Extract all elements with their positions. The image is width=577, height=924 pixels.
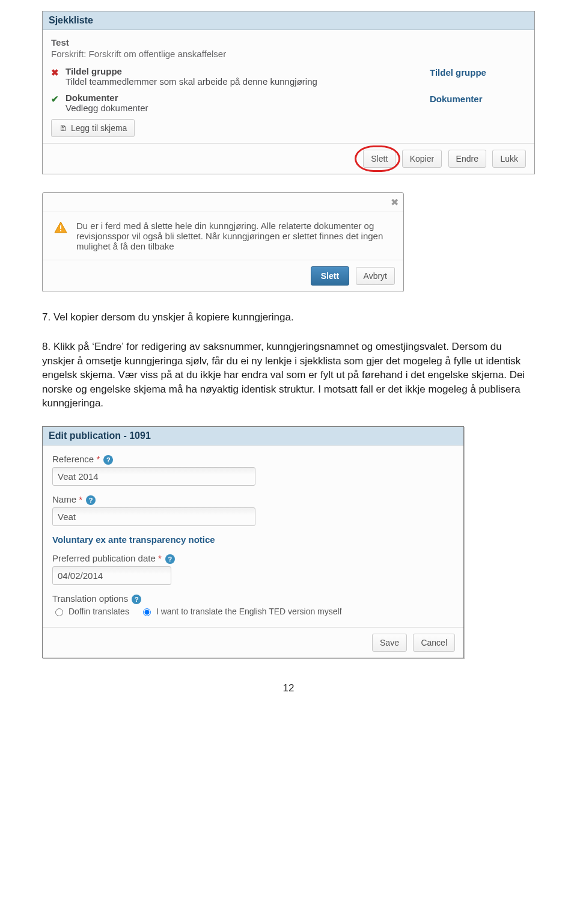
sjekkliste-title: Sjekkliste [43,11,534,30]
help-icon[interactable]: ? [86,495,96,505]
document-plus-icon: 🗎 [59,123,67,133]
test-name: Test [51,37,526,47]
radio-input-self[interactable] [143,608,151,616]
radio-input-doffin[interactable] [55,608,63,616]
warning-triangle-icon [52,221,69,235]
svg-rect-0 [60,225,61,229]
cancel-button[interactable]: Cancel [413,634,455,652]
endre-button[interactable]: Endre [448,150,486,168]
legg-til-skjema-label: Legg til skjema [71,123,127,133]
help-icon[interactable]: ? [103,455,113,465]
edit-publication-panel: Edit publication - 1091 Reference * ? Na… [42,426,464,658]
body-line-8: 8. Klikk på ‘Endre’ for redigering av sa… [42,340,535,410]
radio-self-translate[interactable]: I want to translate the English TED vers… [140,607,342,616]
sjekkliste-panel: Sjekkliste Test Forskrift: Forskrift om … [42,11,535,174]
dialog-body: Du er i ferd med å slette hele din kunng… [43,212,403,260]
name-label: Name * ? [52,494,454,505]
radio-doffin-translates[interactable]: Doffin translates [52,607,129,616]
radio-doffin-label: Doffin translates [69,607,129,616]
edit-footer: Save Cancel [43,627,463,658]
avbryt-button[interactable]: Avbryt [356,267,395,285]
reference-label: Reference * ? [52,454,454,465]
tildel-gruppe-link[interactable]: Tildel gruppe [430,66,526,78]
notice-section-title: Voluntary ex ante transparency notice [52,534,454,545]
dialog-message: Du er i ferd med å slette hele din kunng… [76,221,394,251]
radio-self-label: I want to translate the English TED vers… [156,607,342,616]
confirm-slett-button[interactable]: Slett [311,266,349,286]
check-icon: ✔ [51,93,66,105]
close-icon[interactable]: ✖ [391,197,398,208]
svg-rect-1 [60,230,61,231]
confirm-dialog: ✖ Du er i ferd med å slette hele din kun… [42,192,404,292]
forskrift-line: Forskrift: Forskrift om offentlige anska… [51,49,526,59]
save-button[interactable]: Save [372,634,407,652]
sjekkliste-buttonbar: Slett Kopier Endre Lukk [43,143,534,174]
body-line-7: 7. Vel kopier dersom du ynskjer å kopier… [42,310,535,324]
dialog-header: ✖ [43,193,403,212]
legg-til-skjema-button[interactable]: 🗎 Legg til skjema [51,119,135,137]
kopier-button[interactable]: Kopier [402,150,442,168]
page-number: 12 [42,682,535,694]
help-icon[interactable]: ? [132,595,141,604]
pubdate-input[interactable] [52,566,171,585]
checklist-item: ✖ Tildel gruppe Tildel teammedlemmer som… [51,66,526,87]
checklist-item: ✔ Dokumenter Vedlegg dokumenter Dokument… [51,93,526,113]
pubdate-label: Preferred publication date * ? [52,553,454,564]
cross-icon: ✖ [51,66,66,78]
translation-options-label: Translation options ? [52,593,454,604]
item-title: Dokumenter [66,93,430,103]
reference-input[interactable] [52,467,255,486]
edit-panel-title: Edit publication - 1091 [43,427,463,445]
help-icon[interactable]: ? [165,554,175,564]
dialog-footer: Slett Avbryt [43,260,403,292]
name-input[interactable] [52,507,255,526]
sjekkliste-body: Test Forskrift: Forskrift om offentlige … [43,30,534,143]
item-desc: Vedlegg dokumenter [66,103,430,113]
slett-button[interactable]: Slett [363,150,395,168]
dokumenter-link[interactable]: Dokumenter [430,93,526,104]
lukk-button[interactable]: Lukk [492,150,526,168]
item-title: Tildel gruppe [66,66,430,76]
item-desc: Tildel teammedlemmer som skal arbeide på… [66,76,430,87]
